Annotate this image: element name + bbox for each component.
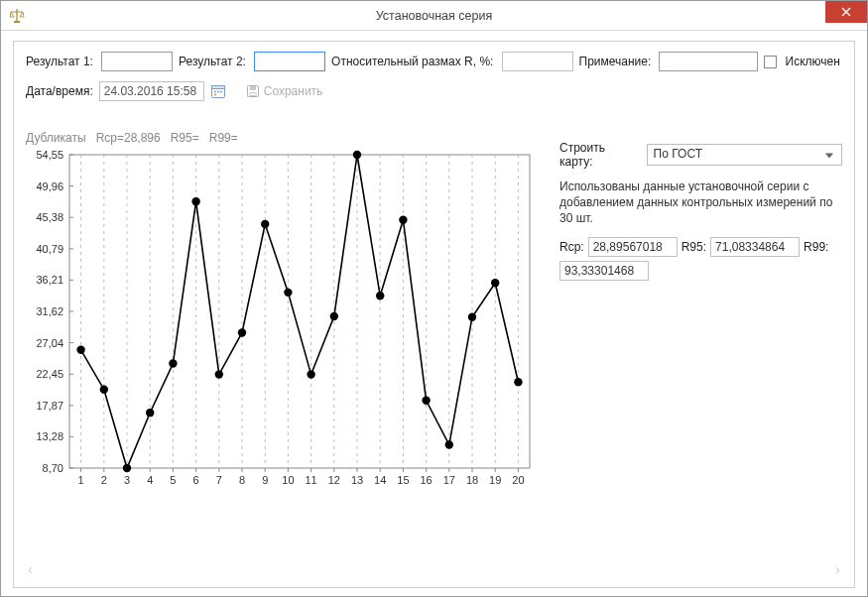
svg-text:14: 14 xyxy=(374,474,386,486)
svg-point-107 xyxy=(399,216,407,224)
svg-point-4 xyxy=(217,91,219,93)
window-title: Установочная серия xyxy=(1,9,867,23)
build-select-value: По ГОСТ xyxy=(654,147,702,161)
svg-text:27,04: 27,04 xyxy=(36,337,63,349)
svg-text:40,79: 40,79 xyxy=(36,243,63,255)
svg-point-109 xyxy=(445,440,453,448)
r95-stat-value: 71,08334864 xyxy=(710,237,800,257)
rel-range-label: Относительный размах R, %: xyxy=(331,55,495,68)
svg-text:13,28: 13,28 xyxy=(36,430,63,442)
svg-point-100 xyxy=(238,328,246,336)
svg-text:13: 13 xyxy=(351,474,363,486)
svg-point-93 xyxy=(76,346,84,354)
chart-title: Дубликаты Rcp=28,896 R95= R99= xyxy=(26,131,542,145)
calendar-icon[interactable] xyxy=(210,83,226,99)
titlebar: Установочная серия xyxy=(1,1,867,31)
svg-text:8,70: 8,70 xyxy=(43,462,63,474)
chart-plot: 8,7013,2817,8722,4527,0431,6236,2140,794… xyxy=(26,149,542,499)
svg-text:17: 17 xyxy=(443,474,455,486)
svg-point-102 xyxy=(284,289,292,297)
svg-rect-10 xyxy=(69,155,530,468)
svg-point-95 xyxy=(123,464,131,472)
result2-input[interactable] xyxy=(254,52,325,71)
svg-point-108 xyxy=(422,397,430,405)
r95-stat-label: R95: xyxy=(682,240,706,254)
svg-point-105 xyxy=(353,151,361,159)
result2-label: Результат 2: xyxy=(179,55,248,68)
chart-area: Дубликаты Rcp=28,896 R95= R99= 8,7013,28… xyxy=(26,131,842,557)
app-window: Установочная серия Результат 1: Результа… xyxy=(0,0,868,597)
svg-point-110 xyxy=(468,312,476,320)
svg-point-6 xyxy=(214,94,216,96)
svg-text:10: 10 xyxy=(282,474,294,486)
svg-text:19: 19 xyxy=(489,474,501,486)
svg-text:54,55: 54,55 xyxy=(36,149,63,161)
content-area: Результат 1: Результат 2: Относительный … xyxy=(1,31,867,596)
svg-text:49,96: 49,96 xyxy=(36,180,63,192)
svg-text:45,38: 45,38 xyxy=(36,211,63,223)
svg-text:22,45: 22,45 xyxy=(36,368,63,380)
svg-text:7: 7 xyxy=(216,474,222,486)
svg-rect-2 xyxy=(211,86,224,89)
svg-point-96 xyxy=(146,409,154,417)
svg-point-98 xyxy=(191,197,199,205)
r99-stat-value: 93,33301468 xyxy=(559,261,649,281)
svg-text:11: 11 xyxy=(305,474,316,486)
prev-arrow[interactable]: ‹ xyxy=(28,561,33,577)
main-panel: Результат 1: Результат 2: Относительный … xyxy=(13,41,855,588)
r99-stat-label: R99: xyxy=(804,240,828,254)
excluded-label: Исключен xyxy=(786,55,842,68)
save-button[interactable]: Сохранить xyxy=(246,84,323,98)
right-panel: Строить карту: По ГОСТ Использованы данн… xyxy=(559,131,842,557)
rel-range-output xyxy=(502,52,573,71)
datetime-label: Дата/время: xyxy=(26,84,93,98)
save-label: Сохранить xyxy=(264,84,323,98)
chart-left: Дубликаты Rcp=28,896 R95= R99= 8,7013,28… xyxy=(26,131,542,557)
datetime-output: 24.03.2016 15:58 xyxy=(99,81,204,101)
svg-point-104 xyxy=(330,312,338,320)
rcp-stat-label: Rcp: xyxy=(559,240,584,254)
stats-row: Rcp: 28,89567018 R95: 71,08334864 R99: 9… xyxy=(559,237,842,281)
data-source-note: Использованы данные установочной серии с… xyxy=(559,179,842,227)
app-icon xyxy=(9,8,25,24)
svg-text:2: 2 xyxy=(101,474,107,486)
next-arrow[interactable]: › xyxy=(835,561,840,577)
svg-text:4: 4 xyxy=(147,474,153,486)
svg-point-103 xyxy=(307,370,314,378)
svg-text:31,62: 31,62 xyxy=(36,305,63,317)
svg-text:16: 16 xyxy=(420,474,432,486)
svg-point-94 xyxy=(100,386,108,394)
result1-label: Результат 1: xyxy=(26,55,95,68)
inputs-row: Результат 1: Результат 2: Относительный … xyxy=(26,52,842,71)
svg-rect-0 xyxy=(14,21,20,23)
svg-text:9: 9 xyxy=(262,474,268,486)
bottom-nav: ‹ › xyxy=(26,557,842,581)
build-select[interactable]: По ГОСТ xyxy=(647,144,842,166)
note-input[interactable] xyxy=(659,52,758,71)
svg-point-97 xyxy=(169,359,177,367)
svg-text:8: 8 xyxy=(239,474,245,486)
svg-text:36,21: 36,21 xyxy=(36,274,63,286)
svg-text:15: 15 xyxy=(397,474,409,486)
svg-text:18: 18 xyxy=(466,474,478,486)
excluded-checkbox[interactable] xyxy=(764,56,777,68)
svg-point-99 xyxy=(215,370,223,378)
rcp-stat-value: 28,89567018 xyxy=(588,237,678,257)
note-label: Примечание: xyxy=(579,55,654,68)
svg-point-112 xyxy=(514,378,522,386)
result1-input[interactable] xyxy=(101,52,173,71)
svg-text:5: 5 xyxy=(170,474,176,486)
save-icon xyxy=(246,84,260,98)
svg-text:6: 6 xyxy=(193,474,199,486)
build-label: Строить карту: xyxy=(559,141,641,169)
svg-text:20: 20 xyxy=(512,474,524,486)
close-button[interactable] xyxy=(825,1,867,23)
svg-point-111 xyxy=(491,279,499,287)
svg-text:17,87: 17,87 xyxy=(36,400,63,412)
svg-point-106 xyxy=(376,292,384,299)
svg-text:1: 1 xyxy=(78,474,84,486)
svg-text:3: 3 xyxy=(124,474,130,486)
datetime-row: Дата/время: 24.03.2016 15:58 xyxy=(26,81,842,101)
svg-text:12: 12 xyxy=(328,474,340,486)
svg-point-5 xyxy=(220,91,222,93)
